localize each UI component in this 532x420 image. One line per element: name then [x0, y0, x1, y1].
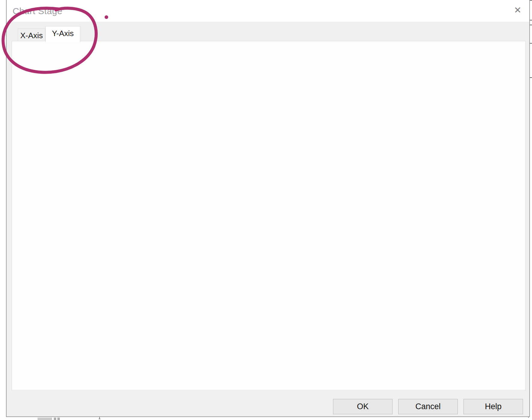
chart-stage-dialog: Chart Stage ✕ X-Axis Y-Axis Single or Ad… [6, 0, 530, 417]
ok-button[interactable]: OK [333, 399, 393, 414]
background-scrollbar-fragment [38, 418, 52, 420]
y-axis-tab-page [12, 41, 526, 390]
background-scrollbar-fragment [57, 418, 60, 420]
tab-x-axis[interactable]: X-Axis [18, 29, 45, 41]
dialog-footer: OK Cancel Help [7, 390, 529, 416]
close-icon[interactable]: ✕ [514, 5, 521, 15]
screen: 1 Chart Stage ✕ X-Axis Y-Axis Single or … [0, 0, 532, 420]
tab-y-axis[interactable]: Y-Axis [45, 26, 80, 42]
background-scrollbar-fragment [54, 418, 56, 420]
title-bar: Chart Stage ✕ [7, 0, 529, 22]
dialog-title: Chart Stage [13, 6, 63, 16]
cancel-button[interactable]: Cancel [398, 399, 458, 414]
help-button[interactable]: Help [463, 399, 523, 414]
